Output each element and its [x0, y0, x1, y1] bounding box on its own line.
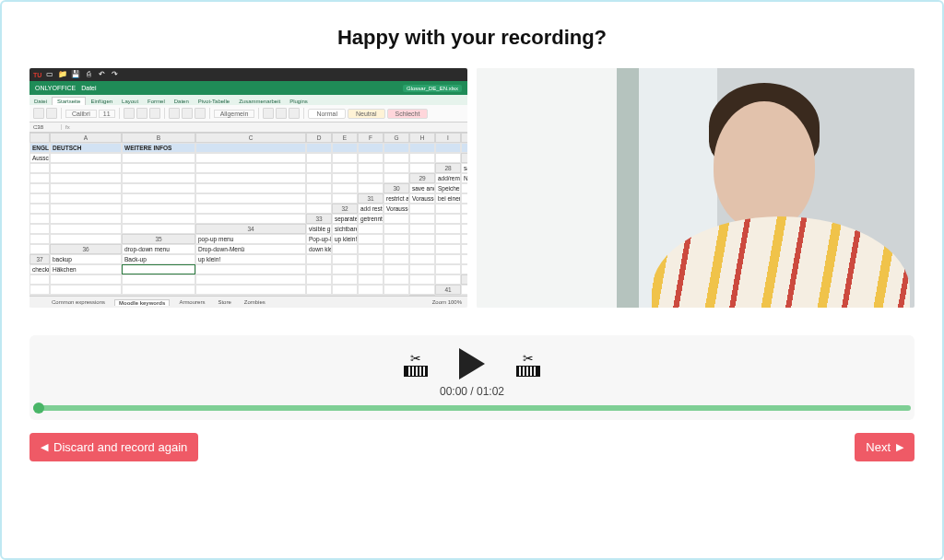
- font-size: 11: [99, 110, 115, 118]
- next-button[interactable]: Next ▶: [855, 433, 914, 461]
- style-neutral: Neutral: [348, 109, 385, 119]
- undo-icon: ↶: [97, 70, 106, 79]
- screen-preview[interactable]: TU ▭ 📁 💾 ⎙ ↶ ↷ ONLYOFFICE Datei Glossar_…: [30, 68, 467, 308]
- bold-icon: [124, 108, 135, 119]
- time-total: 01:02: [477, 385, 504, 398]
- underline-icon: [149, 108, 160, 119]
- scissors-icon: ✂: [523, 352, 534, 365]
- webcam-person-face: [714, 101, 815, 230]
- redo-icon: ↷: [110, 70, 119, 79]
- font-name: Calibri: [65, 110, 97, 118]
- progress-knob[interactable]: [33, 402, 44, 414]
- ribbon-tab: Formel: [143, 98, 170, 105]
- preview-panes: TU ▭ 📁 💾 ⎙ ↶ ↷ ONLYOFFICE Datei Glossar_…: [30, 68, 914, 308]
- filmstrip-icon: [404, 366, 428, 377]
- app-logo: TU: [33, 72, 41, 78]
- chevron-right-icon: ▶: [896, 441, 903, 453]
- ribbon-tab: Pivot-Tabelle: [194, 98, 234, 105]
- sheet-tab: Store: [214, 299, 234, 305]
- style-normal: Normal: [308, 109, 346, 119]
- trim-end-button[interactable]: ✂: [516, 352, 540, 377]
- file-icon: ▭: [45, 70, 54, 79]
- progress-track[interactable]: [33, 405, 911, 411]
- ribbon-tab: Daten: [170, 98, 194, 105]
- menu-item: Datei: [81, 85, 96, 91]
- play-button[interactable]: [459, 348, 485, 379]
- align-center-icon: [182, 108, 193, 119]
- cell-namebox: C38: [30, 124, 62, 130]
- cut-icon: [46, 108, 57, 119]
- ribbon-tab: Plugins: [285, 98, 313, 105]
- spreadsheet-grid: ABCDEFGHIJK1ENGLISCHDEUTSCHWEITERE INFOS…: [30, 133, 467, 308]
- ribbon-tab: Einfügen: [86, 98, 117, 105]
- align-left-icon: [169, 108, 180, 119]
- filename-badge: Glossar_DE_EN.xlsx: [403, 85, 462, 92]
- ribbon-toolbar: Calibri 11 Allgemein Normal Neutral: [30, 105, 467, 122]
- next-label: Next: [866, 440, 891, 454]
- ribbon-tab: Zusammenarbeit: [234, 98, 285, 105]
- chevron-left-icon: ◀: [41, 441, 48, 453]
- playback-bar: ✂ ✂ 00:00 / 01:02: [30, 335, 914, 420]
- recording-review-dialog: Happy with your recording? TU ▭ 📁 💾 ⎙ ↶ …: [0, 0, 944, 560]
- paste-icon: [33, 108, 44, 119]
- format-label: Allgemein: [214, 110, 255, 118]
- filmstrip-icon: [516, 366, 540, 377]
- italic-icon: [136, 108, 148, 119]
- sheet-tab: Zombies: [241, 299, 269, 305]
- align-right-icon: [195, 108, 206, 119]
- insert-icon: [263, 108, 274, 119]
- discard-button[interactable]: ◀ Discard and record again: [30, 433, 198, 461]
- timecode: 00:00 / 01:02: [30, 385, 914, 398]
- webcam-preview[interactable]: [477, 68, 914, 308]
- sheet-tab: Common expressions: [48, 299, 109, 305]
- app-titlebar: TU ▭ 📁 💾 ⎙ ↶ ↷: [30, 68, 467, 81]
- app-menubar: ONLYOFFICE Datei Glossar_DE_EN.xlsx: [30, 81, 467, 95]
- ribbon-tabs: Datei Startseite Einfügen Layout Formel …: [30, 95, 467, 105]
- time-current: 00:00: [440, 385, 467, 398]
- discard-label: Discard and record again: [53, 440, 187, 454]
- sheet-tab-active: Moodle keywords: [114, 299, 170, 306]
- playback-controls: ✂ ✂: [30, 348, 914, 379]
- sheet-tab: Armourers: [175, 299, 208, 305]
- ribbon-tab: Layout: [117, 98, 143, 105]
- style-bad: Schlecht: [387, 109, 429, 119]
- footer-actions: ◀ Discard and record again Next ▶: [30, 433, 914, 461]
- trim-start-button[interactable]: ✂: [404, 352, 428, 377]
- app-name: ONLYOFFICE: [35, 85, 76, 91]
- zoom-label: Zoom 100%: [432, 299, 462, 305]
- delete-icon: [276, 108, 287, 119]
- namebox-row: C38 fx: [30, 122, 467, 133]
- sort-icon: [289, 108, 300, 119]
- scissors-icon: ✂: [410, 352, 421, 365]
- folder-icon: 📁: [58, 70, 67, 79]
- sheet-tab-bar: Common expressions Moodle keywords Armou…: [30, 296, 467, 308]
- ribbon-tab-active: Startseite: [52, 97, 86, 105]
- page-title: Happy with your recording?: [30, 26, 914, 50]
- print-icon: ⎙: [84, 70, 93, 79]
- fx-label: fx: [62, 124, 74, 130]
- ribbon-tab: Datei: [30, 98, 52, 105]
- save-icon: 💾: [71, 70, 80, 79]
